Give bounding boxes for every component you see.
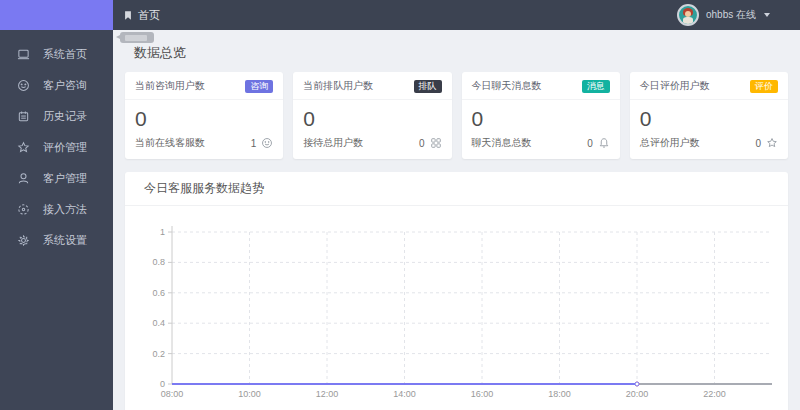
sidebar-item-label: 历史记录: [43, 109, 87, 124]
svg-text:08:00: 08:00: [161, 389, 184, 399]
sidebar-item-label: 系统设置: [43, 233, 87, 248]
svg-text:14:00: 14:00: [393, 389, 416, 399]
sidebar-item-settings[interactable]: 系统设置: [0, 225, 113, 256]
stat-value: 0: [125, 100, 283, 130]
stat-card-consulting: 当前咨询用户数 咨询 0 当前在线客服数 1: [125, 72, 283, 159]
bookmark-icon: [123, 10, 133, 21]
stat-footer-label: 聊天消息总数: [472, 136, 532, 150]
stat-cards: 当前咨询用户数 咨询 0 当前在线客服数 1 当前排队用户数 排队 0 接待总用…: [125, 72, 788, 159]
status-badge: 消息: [582, 80, 610, 93]
sidebar: 系统首页 客户咨询 历史记录 评价管理 客户管理 接入方法: [0, 0, 113, 410]
stat-card-title: 今日聊天消息数: [472, 79, 542, 93]
bell-icon: [598, 137, 610, 149]
smiley-icon: [17, 79, 30, 92]
dashed-gear-icon: [17, 203, 30, 216]
stat-card-title: 今日评价用户数: [640, 79, 710, 93]
sidebar-item-label: 评价管理: [43, 140, 87, 155]
window-icon: [17, 48, 30, 61]
sidebar-item-home[interactable]: 系统首页: [0, 39, 113, 70]
status-badge: 评价: [750, 80, 778, 93]
trend-chart-svg: 00.20.40.60.8108:0010:0012:0014:0016:001…: [125, 206, 786, 404]
stat-footer-value: 0: [419, 138, 425, 149]
sidebar-item-consult[interactable]: 客户咨询: [0, 70, 113, 101]
stat-footer-value: 0: [587, 138, 593, 149]
users-icon: [430, 137, 442, 149]
sidebar-menu: 系统首页 客户咨询 历史记录 评价管理 客户管理 接入方法: [0, 30, 113, 256]
avatar: [677, 4, 699, 26]
sidebar-item-label: 系统首页: [43, 47, 87, 62]
topbar: 首页 ohbbs 在线: [113, 0, 800, 30]
main-content: 数据总览 当前咨询用户数 咨询 0 当前在线客服数 1 当前排队用户数 排队 0…: [113, 30, 800, 410]
star-icon: [766, 137, 778, 149]
user-name: ohbbs: [706, 9, 733, 20]
svg-text:10:00: 10:00: [238, 389, 261, 399]
svg-text:1: 1: [160, 227, 165, 237]
status-badge: 咨询: [245, 80, 273, 93]
svg-text:0.4: 0.4: [152, 318, 165, 328]
breadcrumb-label: 首页: [138, 8, 160, 23]
stat-value: 0: [462, 100, 620, 130]
chevron-down-icon: [764, 13, 770, 17]
collapsed-tag[interactable]: [120, 32, 154, 43]
trend-chart-title: 今日客服服务数据趋势: [125, 172, 788, 206]
stat-card-ratings: 今日评价用户数 评价 0 总评价用户数 0: [630, 72, 788, 159]
stat-footer-label: 接待总用户数: [303, 136, 363, 150]
user-status: 在线: [736, 9, 756, 20]
svg-text:18:00: 18:00: [548, 389, 571, 399]
breadcrumb[interactable]: 首页: [123, 8, 160, 23]
sidebar-item-rating[interactable]: 评价管理: [0, 132, 113, 163]
stat-card-title: 当前排队用户数: [303, 79, 373, 93]
stat-card-messages: 今日聊天消息数 消息 0 聊天消息总数 0: [462, 72, 620, 159]
stat-value: 0: [293, 100, 451, 130]
sidebar-item-access[interactable]: 接入方法: [0, 194, 113, 225]
svg-text:0: 0: [160, 379, 165, 389]
sidebar-item-label: 接入方法: [43, 202, 87, 217]
user-icon: [17, 172, 30, 185]
svg-text:12:00: 12:00: [316, 389, 339, 399]
stat-card-title: 当前咨询用户数: [135, 79, 205, 93]
sidebar-item-label: 客户管理: [43, 171, 87, 186]
sidebar-item-history[interactable]: 历史记录: [0, 101, 113, 132]
history-icon: [17, 110, 30, 123]
user-menu[interactable]: ohbbs 在线: [677, 4, 770, 26]
svg-text:20:00: 20:00: [626, 389, 649, 399]
status-badge: 排队: [414, 80, 442, 93]
smiley-icon: [261, 137, 273, 149]
stat-footer-label: 总评价用户数: [640, 136, 700, 150]
svg-text:0.8: 0.8: [152, 257, 165, 267]
stat-footer-value: 0: [755, 138, 761, 149]
sidebar-item-customers[interactable]: 客户管理: [0, 163, 113, 194]
gear-icon: [17, 234, 30, 247]
stat-footer-value: 1: [251, 138, 257, 149]
svg-text:22:00: 22:00: [703, 389, 726, 399]
stat-footer-label: 当前在线客服数: [135, 136, 205, 150]
stat-card-queue: 当前排队用户数 排队 0 接待总用户数 0: [293, 72, 451, 159]
star-icon: [17, 141, 30, 154]
trend-chart-card: 今日客服服务数据趋势 00.20.40.60.8108:0010:0012:00…: [125, 172, 788, 410]
overview-title: 数据总览: [134, 44, 788, 62]
svg-text:16:00: 16:00: [471, 389, 494, 399]
svg-text:0.6: 0.6: [152, 288, 165, 298]
sidebar-item-label: 客户咨询: [43, 78, 87, 93]
svg-text:0.2: 0.2: [152, 349, 165, 359]
stat-value: 0: [630, 100, 788, 130]
logo-block: [0, 0, 113, 30]
